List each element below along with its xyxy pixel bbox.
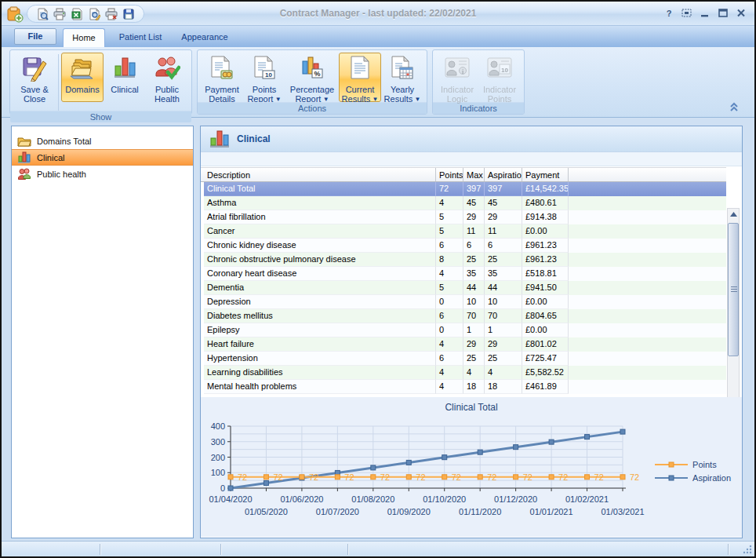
point-value-label: 72	[523, 472, 532, 482]
cell-payment: £941.50	[522, 281, 569, 295]
y-axis-tick-label: 200	[211, 453, 225, 462]
percentage-report-button[interactable]: %Percentage Report ▼	[285, 53, 339, 102]
domains-button[interactable]: Domains	[61, 53, 104, 102]
table-row[interactable]: Coronary heart disease43535£518.81	[204, 267, 726, 281]
cell-description: Cancer	[204, 224, 436, 239]
minimize-button[interactable]	[699, 8, 711, 18]
style-button[interactable]	[681, 8, 692, 18]
cell-max: 25	[463, 253, 485, 267]
cell-max: 70	[463, 309, 485, 323]
current-results-icon	[347, 55, 373, 83]
x-axis-tick-label: 01/09/2020	[387, 507, 431, 516]
svg-text:?: ?	[666, 9, 671, 17]
data-point-points	[478, 475, 482, 480]
tab-patient-list[interactable]: Patient List	[111, 28, 169, 47]
window-title: Contract Manager - last updated: 22/02/2…	[2, 8, 754, 19]
column-header-points[interactable]: Points	[436, 168, 463, 181]
point-value-label: 72	[238, 472, 247, 482]
cell-points: 4	[436, 196, 463, 210]
clinical-button[interactable]: Clinical	[104, 53, 146, 102]
cell-aspiration: 1	[485, 323, 522, 337]
column-header-aspiration[interactable]: Aspiration	[485, 168, 522, 181]
table-row[interactable]: Clinical Total72397397£14,542.35	[204, 182, 726, 196]
column-header-payment[interactable]: Payment	[522, 168, 569, 181]
sidebar-item-clinical[interactable]: Clinical	[12, 149, 193, 166]
column-header-max[interactable]: Max	[463, 168, 485, 181]
group-label: Indicators	[433, 102, 524, 114]
table-row[interactable]: Heart failure42929£801.02	[204, 337, 726, 352]
save-close-button[interactable]: Save & Close	[13, 53, 56, 102]
public-health-button[interactable]: Public Health	[146, 53, 188, 102]
table-row[interactable]: Asthma44545£480.61	[204, 196, 726, 210]
cell-max: 1	[463, 323, 485, 337]
tab-home[interactable]: Home	[63, 28, 105, 47]
app-window: Contract Manager - last updated: 22/02/2…	[0, 0, 756, 558]
payment-details-button[interactable]: Payment Details	[201, 53, 243, 102]
column-header-description[interactable]: Description	[204, 168, 436, 181]
cell-max: 11	[463, 224, 485, 239]
data-point-aspiration	[371, 465, 376, 470]
table-row[interactable]: Epilepsy011£0.00	[204, 323, 726, 337]
scrollbar-thumb[interactable]	[728, 223, 739, 356]
maximize-button[interactable]	[717, 8, 729, 18]
table-row[interactable]: Learning disabilities444£5,582.52	[204, 366, 726, 380]
cell-max: 397	[463, 182, 485, 196]
yearly-results-button[interactable]: Yearly Results ▼	[381, 53, 423, 102]
data-point-aspiration	[228, 486, 233, 491]
data-point-aspiration	[585, 435, 590, 439]
data-point-points	[585, 475, 590, 480]
save-close-icon	[21, 55, 48, 83]
svg-text:10: 10	[501, 67, 508, 74]
points-report-button[interactable]: 10Points Report ▼	[243, 53, 285, 102]
cell-aspiration: 6	[485, 239, 522, 253]
table-row[interactable]: Dementia54444£941.50	[204, 281, 726, 295]
point-value-label: 72	[594, 472, 604, 482]
resize-grip[interactable]	[743, 545, 752, 554]
data-point-points	[264, 475, 268, 480]
statusbar-separator	[100, 544, 100, 555]
table-row[interactable]: Mental health problems41818£461.89	[204, 380, 726, 394]
x-axis-tick-label: 01/08/2020	[351, 494, 394, 504]
scroll-up-button[interactable]	[728, 209, 739, 220]
payment-details-icon	[209, 55, 235, 83]
help-button[interactable]: ?	[663, 8, 674, 18]
chart-title: Clinical Total	[201, 402, 742, 413]
sidebar-item-public-health[interactable]: Public health	[12, 166, 193, 182]
cell-max: 25	[463, 352, 485, 366]
cell-points: 0	[436, 323, 463, 337]
cell-aspiration: 44	[485, 281, 522, 295]
close-button[interactable]	[735, 8, 747, 18]
button-label: Save & Close	[14, 85, 55, 104]
x-axis-tick-label: 01/12/2020	[494, 494, 537, 504]
tab-appearance[interactable]: Appearance	[176, 28, 234, 47]
cell-description: Mental health problems	[204, 380, 436, 394]
table-row[interactable]: Cancer51111£0.00	[204, 224, 726, 239]
cell-max: 45	[463, 196, 485, 210]
current-results-button[interactable]: Current Results ▼	[339, 53, 381, 102]
table-row[interactable]: Diabetes mellitus67070£804.65	[204, 309, 726, 323]
cell-payment: £0.00	[522, 323, 569, 337]
cell-aspiration: 25	[485, 253, 522, 267]
table-row[interactable]: Hypertension62525£725.47	[204, 352, 726, 366]
cell-aspiration: 18	[485, 380, 522, 394]
tab-file[interactable]: File	[14, 28, 56, 45]
point-value-label: 72	[380, 472, 390, 482]
cell-payment: £14,542.35	[522, 182, 569, 196]
cell-description: Chronic obstructive pulmonary disease	[204, 253, 436, 267]
table-row[interactable]: Chronic obstructive pulmonary disease825…	[204, 253, 726, 267]
button-label: Indicator Points	[479, 85, 520, 104]
table-row[interactable]: Atrial fibrillation52929£914.38	[204, 210, 726, 224]
ribbon-tab-strip: File Home Patient List Appearance	[2, 26, 754, 47]
table-row[interactable]: Depression01010£0.00	[204, 295, 726, 309]
sidebar-item-domains-total[interactable]: Domains Total	[12, 133, 193, 149]
table-row[interactable]: Chronic kidney disease666£961.23	[204, 239, 726, 253]
cell-max: 18	[463, 380, 485, 394]
ribbon-collapse-button[interactable]	[728, 101, 740, 112]
cell-description: Chronic kidney disease	[204, 239, 436, 253]
line-chart: 010020030040001/04/202001/05/202001/06/2…	[205, 414, 676, 535]
domain-list-panel: Domains TotalClinicalPublic health	[11, 126, 194, 538]
svg-text:10: 10	[265, 71, 272, 78]
cell-points: 5	[436, 210, 463, 224]
legend-label: Points	[692, 460, 717, 469]
domains-icon	[69, 55, 96, 83]
